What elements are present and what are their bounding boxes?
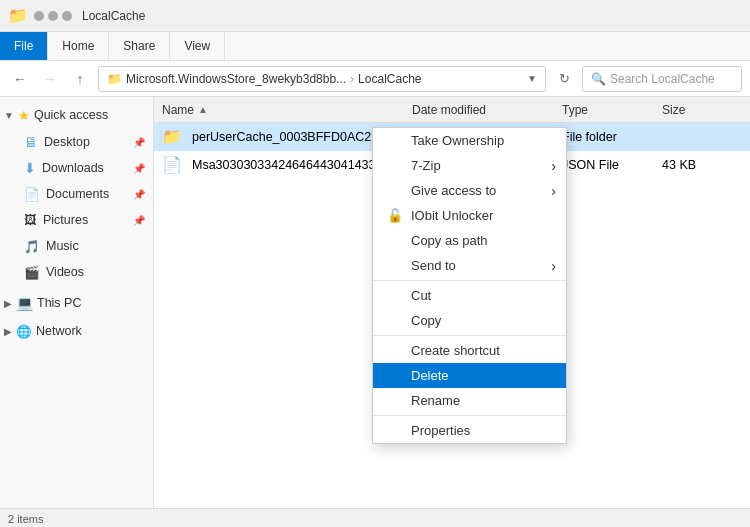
path-dropdown-icon[interactable]: ▼ (527, 73, 537, 84)
up-button[interactable]: ↑ (68, 67, 92, 91)
forward-button[interactable]: → (38, 67, 62, 91)
window-title: LocalCache (82, 9, 145, 23)
refresh-button[interactable]: ↻ (552, 67, 576, 91)
this-pc-chevron: ▶ (4, 298, 12, 309)
tab-home[interactable]: Home (48, 32, 109, 60)
search-icon: 🔍 (591, 72, 606, 86)
ctx-copy-as-path[interactable]: Copy as path (373, 228, 566, 253)
path-separator: › (350, 72, 354, 86)
ctx-take-ownership[interactable]: Take Ownership (373, 128, 566, 153)
sidebar-item-pictures[interactable]: 🖼 Pictures 📌 (0, 207, 153, 233)
quick-access-group[interactable]: ▼ ★ Quick access (0, 101, 153, 129)
ctx-7zip[interactable]: 7-Zip (373, 153, 566, 178)
music-icon: 🎵 (24, 239, 40, 254)
sidebar-desktop-label: Desktop (44, 135, 90, 149)
ctx-iobit[interactable]: 🔓 IObit Unlocker (373, 203, 566, 228)
pin-icon-downloads: 📌 (133, 163, 145, 174)
ctx-cut[interactable]: Cut (373, 283, 566, 308)
sidebar-music-label: Music (46, 239, 79, 253)
ctx-sep-2 (373, 335, 566, 336)
ctx-copy[interactable]: Copy (373, 308, 566, 333)
ctx-create-shortcut[interactable]: Create shortcut (373, 338, 566, 363)
address-path[interactable]: 📁 Microsoft.WindowsStore_8wekyb3d8bb... … (98, 66, 546, 92)
maximize-button[interactable] (48, 11, 58, 21)
col-header-name[interactable]: Name ▲ (162, 103, 412, 117)
minimize-button[interactable] (34, 11, 44, 21)
iobit-icon: 🔓 (387, 208, 403, 223)
address-bar: ← → ↑ 📁 Microsoft.WindowsStore_8wekyb3d8… (0, 61, 750, 97)
quick-access-chevron: ▼ (4, 110, 14, 121)
file-type-json: JSON File (562, 158, 662, 172)
sidebar-item-videos[interactable]: 🎬 Videos (0, 259, 153, 285)
status-bar: 2 items (0, 508, 750, 527)
videos-icon: 🎬 (24, 265, 40, 280)
sort-arrow-name: ▲ (198, 104, 208, 115)
col-header-date[interactable]: Date modified (412, 103, 562, 117)
ctx-properties[interactable]: Properties (373, 418, 566, 443)
app-icon: 📁 (8, 6, 28, 25)
file-header: Name ▲ Date modified Type Size (154, 97, 750, 123)
ctx-sep-3 (373, 415, 566, 416)
search-box[interactable]: 🔍 Search LocalCache (582, 66, 742, 92)
status-text: 2 items (8, 513, 43, 525)
col-header-size[interactable]: Size (662, 103, 742, 117)
title-bar: 📁 LocalCache (0, 0, 750, 32)
folder-icon: 📁 (162, 127, 182, 146)
sidebar-item-documents[interactable]: 📄 Documents 📌 (0, 181, 153, 207)
sidebar-item-downloads[interactable]: ⬇ Downloads 📌 (0, 155, 153, 181)
pin-icon-pictures: 📌 (133, 215, 145, 226)
path-part-2: LocalCache (358, 72, 421, 86)
network-label: Network (36, 324, 82, 338)
network-group[interactable]: ▶ 🌐 Network (0, 317, 153, 345)
sidebar: ▼ ★ Quick access 🖥 Desktop 📌 ⬇ Downloads… (0, 97, 154, 508)
desktop-icon: 🖥 (24, 134, 38, 150)
search-placeholder: Search LocalCache (610, 72, 715, 86)
ctx-delete[interactable]: Delete (373, 363, 566, 388)
sidebar-videos-label: Videos (46, 265, 84, 279)
ribbon-tabs: File Home Share View (0, 32, 750, 60)
this-pc-label: This PC (37, 296, 81, 310)
file-type-folder: File folder (562, 130, 662, 144)
pictures-icon: 🖼 (24, 213, 37, 227)
tab-file[interactable]: File (0, 32, 48, 60)
ctx-sep-1 (373, 280, 566, 281)
main-area: ▼ ★ Quick access 🖥 Desktop 📌 ⬇ Downloads… (0, 97, 750, 508)
folder-icon: 📁 (107, 72, 122, 86)
quick-access-star-icon: ★ (18, 108, 30, 123)
tab-share[interactable]: Share (109, 32, 170, 60)
quick-access-label: Quick access (34, 108, 108, 122)
downloads-icon: ⬇ (24, 160, 36, 176)
sidebar-item-desktop[interactable]: 🖥 Desktop 📌 (0, 129, 153, 155)
file-size-json: 43 KB (662, 158, 742, 172)
network-chevron: ▶ (4, 326, 12, 337)
sidebar-documents-label: Documents (46, 187, 109, 201)
ribbon: File Home Share View (0, 32, 750, 61)
pin-icon-desktop: 📌 (133, 137, 145, 148)
network-icon: 🌐 (16, 324, 32, 339)
file-area: Name ▲ Date modified Type Size 📁 perUser… (154, 97, 750, 508)
ctx-rename[interactable]: Rename (373, 388, 566, 413)
context-menu: Take Ownership 7-Zip Give access to 🔓 IO… (372, 127, 567, 444)
sidebar-pictures-label: Pictures (43, 213, 88, 227)
path-part-1: Microsoft.WindowsStore_8wekyb3d8bb... (126, 72, 346, 86)
back-button[interactable]: ← (8, 67, 32, 91)
this-pc-group[interactable]: ▶ 💻 This PC (0, 289, 153, 317)
json-file-icon: 📄 (162, 155, 182, 174)
close-button[interactable] (62, 11, 72, 21)
this-pc-icon: 💻 (16, 295, 33, 311)
ctx-give-access[interactable]: Give access to (373, 178, 566, 203)
ctx-send-to[interactable]: Send to (373, 253, 566, 278)
documents-icon: 📄 (24, 187, 40, 202)
sidebar-item-music[interactable]: 🎵 Music (0, 233, 153, 259)
tab-view[interactable]: View (170, 32, 225, 60)
sidebar-downloads-label: Downloads (42, 161, 104, 175)
pin-icon-documents: 📌 (133, 189, 145, 200)
col-header-type[interactable]: Type (562, 103, 662, 117)
